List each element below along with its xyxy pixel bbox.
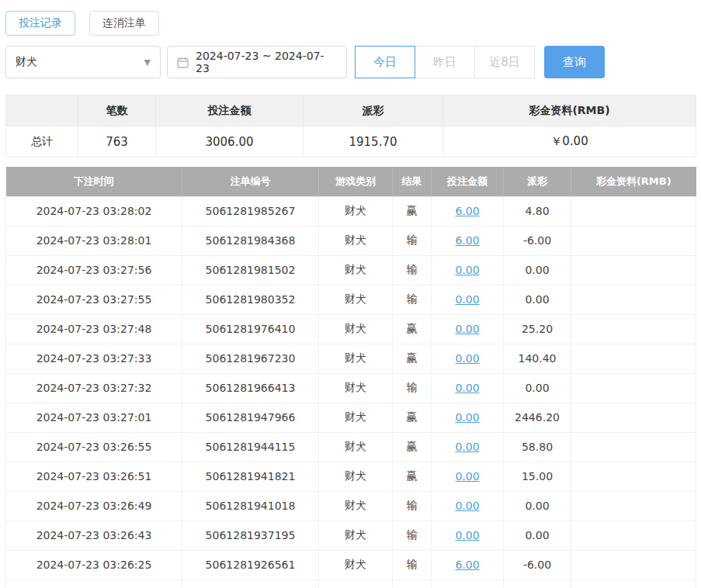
game-type-cell: 财犬: [319, 196, 393, 226]
payout-cell: 0.00: [504, 491, 571, 521]
result-cell: 输: [393, 285, 432, 314]
bonus-cell: [571, 285, 696, 314]
bet-time-cell: 2024-07-23 03:26:49: [6, 491, 182, 521]
order-id-cell: 5061281941018: [182, 491, 319, 521]
bet-amount-cell: 6.00: [432, 550, 504, 579]
col-header-order-id: 注单编号: [182, 167, 319, 196]
bet-amount-link[interactable]: 0.00: [455, 264, 479, 276]
bet-amount-link[interactable]: 0.00: [455, 352, 479, 365]
bet-amount-cell: 0.00: [432, 462, 504, 491]
bet-time-cell: 2024-07-23 03:28:01: [6, 226, 182, 255]
table-row: 2024-07-23 03:28:01 5061281984368 财犬 输 6…: [6, 226, 696, 255]
bet-amount-link[interactable]: 0.00: [455, 529, 479, 541]
col-header-payout: 派彩: [504, 167, 571, 196]
bonus-cell: [571, 432, 696, 462]
bet-time-cell: 2024-07-23 03:28:02: [6, 196, 182, 226]
payout-cell: -6.00: [504, 226, 571, 255]
bet-time-cell: 2024-07-23 03:26:55: [6, 432, 182, 462]
result-cell: 赢: [393, 403, 432, 432]
tab-betting-records[interactable]: 投注记录: [5, 11, 75, 36]
order-id-cell: 5061281976410: [182, 314, 319, 344]
table-row: 2024-07-23 03:26:51 5061281941821 财犬 赢 0…: [6, 462, 696, 491]
bet-amount-link[interactable]: 0.00: [455, 382, 479, 394]
table-row: 2024-07-23 03:27:01 5061281947966 财犬 赢 0…: [6, 403, 696, 432]
order-id-cell: 5061281944115: [182, 432, 319, 462]
bonus-cell: [571, 373, 696, 403]
result-cell: 赢: [393, 344, 432, 373]
date-range-picker[interactable]: 2024-07-23 ~ 2024-07-23: [167, 46, 347, 78]
order-id-cell: 5061281947966: [182, 403, 319, 432]
bet-time-cell: 2024-07-23 03:27:56: [6, 255, 182, 285]
order-id-cell: 5061281941821: [182, 462, 319, 491]
bet-amount-cell: 6.00: [432, 226, 504, 255]
records-table: 下注时间 注单编号 游戏类别 结果 投注金额 派彩 彩金资料(RMB) 2024…: [5, 167, 696, 588]
table-row: 2024-07-23 03:27:48 5061281976410 财犬 赢 0…: [6, 314, 696, 344]
game-type-cell: 财犬: [319, 285, 393, 314]
col-header-game-type: 游戏类别: [319, 167, 393, 196]
bet-time-cell: 2024-07-23 03:27:32: [6, 373, 182, 403]
summary-header-empty: [6, 95, 78, 126]
records-body: 2024-07-23 03:28:02 5061281985267 财犬 赢 6…: [6, 196, 696, 588]
bonus-cell: [571, 462, 696, 491]
last-8-days-button[interactable]: 近8日: [474, 46, 535, 78]
bet-amount-link[interactable]: 0.00: [455, 323, 479, 335]
bet-time-cell: 2024-07-23 03:27:33: [6, 344, 182, 373]
bet-amount-link[interactable]: 6.00: [455, 205, 479, 217]
game-type-cell: 财犬: [319, 403, 393, 432]
game-select[interactable]: 财犬 ▼: [5, 46, 161, 78]
order-id-cell: 5061281981502: [182, 255, 319, 285]
today-button[interactable]: 今日: [355, 46, 415, 78]
bet-amount-link[interactable]: 0.00: [455, 411, 479, 424]
result-cell: 赢: [393, 432, 432, 462]
bet-time-cell: 2024-07-23 03:26:51: [6, 462, 182, 491]
game-type-cell: 财犬: [319, 226, 393, 255]
game-type-cell: 财犬: [319, 314, 393, 344]
records-header-row: 下注时间 注单编号 游戏类别 结果 投注金额 派彩 彩金资料(RMB): [6, 167, 696, 196]
payout-cell: 15.00: [504, 462, 571, 491]
table-row: 2024-07-23 03:27:32 5061281966413 财犬 输 0…: [6, 373, 696, 403]
search-button[interactable]: 查询: [544, 46, 605, 78]
bet-amount-cell: 0.00: [432, 344, 504, 373]
bonus-cell: [571, 403, 696, 432]
bet-amount-link[interactable]: 0.00: [455, 500, 479, 512]
yesterday-button[interactable]: 昨日: [415, 46, 475, 78]
tab-cancelled-orders[interactable]: 连消注单: [89, 11, 159, 36]
bet-amount-link[interactable]: 0.00: [455, 293, 479, 306]
bet-amount-link[interactable]: 6.00: [455, 559, 479, 571]
summary-total-row: 总计 763 3006.00 1915.70 ￥0.00: [6, 126, 696, 157]
payout-cell: 0.00: [504, 373, 571, 403]
result-cell: 输: [393, 550, 432, 579]
payout-cell: 140.40: [504, 344, 571, 373]
summary-bonus-value: ￥0.00: [443, 126, 696, 157]
order-id-cell: 5061281925717: [182, 579, 319, 588]
bet-amount-cell: 0.00: [432, 521, 504, 550]
result-cell: 赢: [393, 462, 432, 491]
betting-records-page: 投注记录 连消注单 财犬 ▼ 2024-07-23 ~ 2024-07-23 今…: [0, 0, 701, 588]
bet-time-cell: 2024-07-23 03:27:48: [6, 314, 182, 344]
bet-amount-cell: 0.00: [432, 285, 504, 314]
col-header-bet-time: 下注时间: [6, 167, 182, 196]
result-cell: 赢: [393, 314, 432, 344]
order-id-cell: 5061281980352: [182, 285, 319, 314]
result-cell: 输: [393, 491, 432, 521]
bet-time-cell: 2024-07-23 03:26:25: [6, 550, 182, 579]
bet-time-cell: 2024-07-23 03:26:24: [6, 579, 182, 588]
result-cell: 输: [393, 373, 432, 403]
result-cell: 输: [393, 226, 432, 255]
payout-cell: 25.20: [504, 314, 571, 344]
summary-header-bet: 投注金额: [156, 95, 304, 126]
summary-count-value: 763: [78, 126, 156, 157]
bet-amount-link[interactable]: 0.00: [455, 470, 479, 483]
summary-header-payout: 派彩: [304, 95, 443, 126]
result-cell: 输: [393, 579, 432, 588]
payout-cell: 0.00: [504, 255, 571, 285]
bet-amount-cell: 0.00: [432, 314, 504, 344]
bet-amount-link[interactable]: 6.00: [455, 234, 479, 247]
col-header-bet-amount: 投注金额: [432, 167, 504, 196]
bet-amount-link[interactable]: 0.00: [455, 441, 479, 453]
bonus-cell: [571, 521, 696, 550]
game-type-cell: 财犬: [319, 579, 393, 588]
summary-payout-value: 1915.70: [304, 126, 443, 157]
payout-cell: 4.80: [504, 196, 571, 226]
table-row: 2024-07-23 03:26:43 5061281937195 财犬 输 0…: [6, 521, 696, 550]
